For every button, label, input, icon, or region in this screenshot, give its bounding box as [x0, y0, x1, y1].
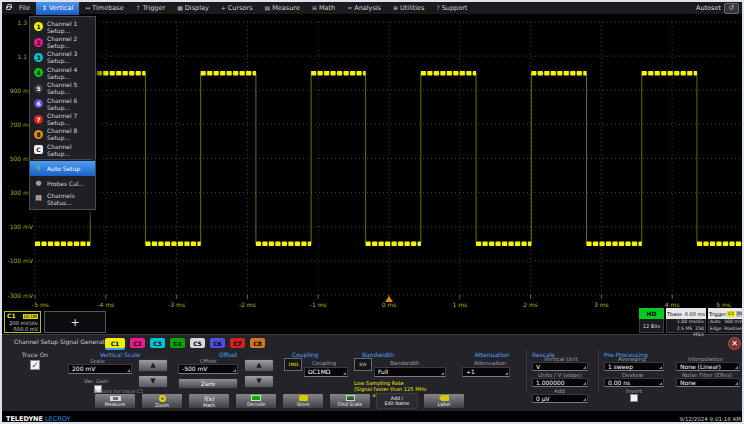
x-axis-label: 1 ms — [452, 301, 467, 308]
action-button-label: Decode — [247, 402, 265, 407]
support-help-icon: ? — [437, 5, 440, 11]
add-field[interactable]: 0 µV — [532, 394, 588, 403]
menu-analysis[interactable]: ≈Analysis — [341, 2, 387, 15]
menu-item-channel-6-setup[interactable]: 6Channel 6 Setup... — [30, 96, 95, 111]
offset-up-button[interactable]: ▲ — [244, 359, 274, 372]
trace-on-checkbox[interactable]: ✓ — [30, 360, 40, 370]
menu-item-label: Channel 6 Setup... — [47, 97, 91, 111]
findscale-icon — [346, 395, 355, 401]
undo-autoset-button[interactable]: ↺ — [724, 3, 739, 14]
menu-item-channel-4-setup[interactable]: 4Channel 4 Setup... — [30, 65, 95, 80]
hd-mode-box[interactable]: HD 12 Bits — [639, 308, 664, 334]
menu-file[interactable]: File — [13, 2, 36, 15]
menu-label-utilities: Utilities — [400, 4, 424, 12]
menu-item-auto-setup[interactable]: ↯Auto Setup — [30, 161, 95, 176]
menu-vertical[interactable]: ↕Vertical — [36, 2, 79, 15]
x-axis-label: 2 ms — [523, 301, 538, 308]
channel-button-c4[interactable]: C4 — [170, 338, 185, 348]
menu-label-cursors: Cursors — [228, 4, 253, 12]
menu-item-channel-8-setup[interactable]: 8Channel 8 Setup... — [30, 127, 95, 142]
display-grid-icon: ▦ — [177, 5, 183, 11]
channel-2-icon: 2 — [34, 38, 43, 47]
menu-item-channel-1-setup[interactable]: 1Channel 1 Setup... — [30, 19, 95, 34]
cursors-cross-icon: + — [221, 5, 226, 11]
brand-lecroy: LECROY — [45, 415, 71, 423]
add-trace-button[interactable]: + — [44, 311, 106, 333]
coupling-field[interactable]: DC1MΩ — [304, 367, 348, 377]
x-axis-label: 5 ms — [716, 301, 731, 308]
add-edit-name-button[interactable]: Add /Edit Name — [376, 393, 418, 409]
bandwidth-header: Bandwidth — [354, 351, 454, 358]
measure-button[interactable]: Measure — [94, 393, 136, 409]
menu-item-probes-cal[interactable]: ●Probes Cal... — [30, 176, 95, 191]
menu-cursors[interactable]: +Cursors — [215, 2, 259, 15]
channel-button-c1[interactable]: C1 — [105, 338, 125, 348]
bandwidth-field[interactable]: Full — [374, 367, 446, 377]
menu-item-channels-status[interactable]: ▤Channels Status... — [30, 191, 95, 206]
trigger-box[interactable]: Trigger C1 DC AutoEdge 500 mVPositive — [708, 308, 744, 334]
menu-measure[interactable]: ▤Measure — [259, 2, 306, 15]
menu-item-channel-5-setup[interactable]: 5Channel 5 Setup... — [30, 81, 95, 96]
utilities-gear-icon: ⊕ — [393, 5, 398, 11]
graticule-and-trace: 1.3 V1.1 V900 mV700 mV500 mV300 mV100 mV… — [2, 15, 744, 311]
timebase-box[interactable]: Tbase 0.00 ms 1.00 ms/div 2.5 MS 250 MS/… — [666, 308, 706, 334]
store-icon — [299, 395, 308, 401]
channel-3-icon: 3 — [34, 53, 43, 62]
menu-item-label: Auto Setup — [47, 165, 80, 172]
channel-1-icon: 1 — [34, 22, 43, 31]
offset-field[interactable]: -500 mV — [178, 364, 238, 374]
menu-math[interactable]: ⊞Math — [306, 2, 341, 15]
decode-icon — [251, 395, 261, 401]
interpolation-field[interactable]: None (Linear) — [676, 362, 740, 371]
trigger-time-marker[interactable] — [385, 296, 393, 302]
channel-7-icon: 7 — [34, 115, 43, 124]
autoset-button[interactable]: Autoset — [696, 4, 721, 12]
vertical-unit-field[interactable]: V — [532, 362, 588, 371]
label-button[interactable]: Label — [423, 393, 465, 409]
menu-timebase[interactable]: ↔Timebase — [79, 2, 129, 15]
menu-utilities[interactable]: ⊕Utilities — [387, 2, 431, 15]
zoom-button[interactable]: Zoom — [141, 393, 183, 409]
scale-down-button[interactable]: ▼ — [138, 375, 168, 388]
close-icon[interactable]: ✕ — [728, 337, 741, 350]
menu-item-channel-c-setup[interactable]: CChannel Setup... — [30, 142, 95, 157]
deskew-field[interactable]: 0.00 ns — [604, 378, 664, 387]
measure-icon — [110, 396, 121, 401]
store-button[interactable]: Store — [282, 393, 324, 409]
menu-display[interactable]: ▦Display — [171, 2, 215, 15]
vertical-arrows-icon: ↕ — [42, 5, 47, 11]
zero-button[interactable]: Zero — [178, 378, 238, 389]
attenuation-field[interactable]: ÷1 — [462, 367, 510, 377]
scale-field[interactable]: 200 mV — [68, 364, 132, 374]
menu-support[interactable]: ?Support — [431, 2, 474, 15]
offset-down-button[interactable]: ▼ — [244, 375, 274, 388]
coupling-impedance-icon: 1MΩ — [284, 358, 302, 371]
channel-descriptor-c1[interactable]: C1 DC1M 200 mV/div -500.0 mV — [4, 311, 41, 333]
channels-icon: ▤ — [34, 194, 43, 203]
channel-button-c2[interactable]: C2 — [130, 338, 145, 348]
slope-field[interactable]: 1.000000 — [532, 378, 588, 387]
menu-item-channel-2-setup[interactable]: 2Channel 2 Setup... — [30, 34, 95, 49]
tab-channel-setup[interactable]: Channel Setup — [14, 338, 58, 345]
menu-item-channel-3-setup[interactable]: 3Channel 3 Setup... — [30, 50, 95, 65]
menu-label-timebase: Timebase — [92, 4, 123, 12]
averaging-field[interactable]: 1 sweep — [604, 362, 664, 371]
math-button[interactable]: f(x)Math — [188, 393, 230, 409]
menu-trigger[interactable]: ↑Trigger — [130, 2, 171, 15]
find-scale-button[interactable]: Find Scale — [329, 393, 371, 409]
menu-item-channel-7-setup[interactable]: 7Channel 7 Setup... — [30, 111, 95, 126]
tab-signal-generator[interactable]: Signal Generator — [60, 338, 111, 345]
oscilloscope-screen: File↕Vertical↔Timebase↑Trigger▦Display+C… — [0, 0, 744, 424]
scale-up-button[interactable]: ▲ — [138, 359, 168, 372]
channel-button-c7[interactable]: C7 — [230, 338, 245, 348]
channel-button-c5[interactable]: C5 — [190, 338, 205, 348]
panel-divider-2 — [598, 351, 599, 391]
channel-button-c3[interactable]: C3 — [150, 338, 165, 348]
channel-button-c6[interactable]: C6 — [210, 338, 225, 348]
menu-item-label: Channel 1 Setup... — [47, 20, 91, 34]
channel-button-c8[interactable]: C8 — [250, 338, 265, 348]
x-axis-label: 4 ms — [665, 301, 680, 308]
invert-checkbox[interactable] — [630, 394, 638, 402]
decode-button[interactable]: Decode — [235, 393, 277, 409]
noise-filter-field[interactable]: None — [676, 378, 740, 387]
